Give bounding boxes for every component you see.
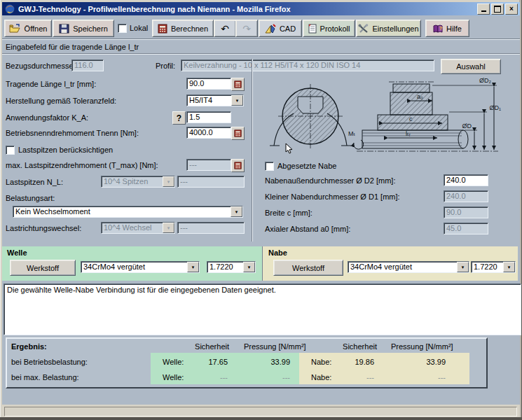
dim-d1-label: ØD₁: [489, 104, 501, 111]
result-message: Die gewählte Welle-Nabe Verbindung ist f…: [7, 286, 276, 294]
tools-icon: [358, 24, 369, 34]
direction-unit-value: 10^4 Wechsel: [104, 223, 152, 232]
stepped-hub-checkbox-label: Abgesetzte Nabe: [277, 162, 336, 170]
hub-row-label: Nabe:: [311, 358, 331, 366]
torque-calc-button[interactable]: [231, 127, 245, 140]
undo-icon: ↶: [221, 23, 229, 34]
profile-select-label: Auswahl: [456, 62, 486, 71]
calculator-icon: [234, 162, 242, 169]
save-button[interactable]: Speichern: [53, 20, 114, 37]
local-checkbox[interactable]: [118, 24, 127, 33]
shaft-row-label: Welle:: [163, 358, 184, 366]
hub-material-select[interactable]: 34CrMo4 vergütet ▼: [348, 261, 469, 273]
result-message-box[interactable]: Die gewählte Welle-Nabe Verbindung ist f…: [4, 284, 521, 335]
header-divider: [2, 53, 520, 55]
tolerance-select-value: H5/IT4: [189, 96, 212, 105]
dim-d-label: ØD: [462, 122, 472, 130]
minimize-button[interactable]: [477, 4, 490, 15]
hub-material-number-select[interactable]: 1.7220 ▼: [471, 261, 516, 273]
profile-field: Keilverzahnung - 10 x 112 H5/IT4 x 120 D…: [181, 59, 434, 71]
close-button[interactable]: ×: [505, 4, 518, 15]
width-c-field: 90.0: [444, 206, 488, 218]
mouse-cursor: [285, 143, 294, 154]
peaks-unit-value: 10^4 Spitzen: [104, 177, 148, 186]
spline-connection-drawing: a₀ c lₜᵣ Mₜ ØD₂ ØD₁ ØD: [260, 73, 515, 160]
app-factor-label: Anwendungsfaktor K_A:: [6, 113, 88, 122]
maximize-button[interactable]: [491, 4, 504, 15]
hub-outer-diameter-field[interactable]: 240.0: [444, 174, 488, 186]
local-checkbox-label: Lokal: [130, 24, 148, 32]
dim-c-label: c: [409, 115, 413, 122]
shaft-safety-value: 17.65: [187, 358, 228, 366]
chevron-down-icon[interactable]: ▼: [231, 95, 243, 106]
page-content: Öffnen Speichern Lokal Berechnen ↶ ↷: [2, 15, 520, 405]
chevron-down-icon: ▼: [163, 176, 174, 187]
calculate-button[interactable]: Berechnen: [152, 20, 214, 37]
load-type-select[interactable]: Kein Wechselmoment ▼: [13, 206, 243, 218]
chevron-down-icon[interactable]: ▼: [243, 262, 255, 272]
hub-pressure-header: Pressung [N/mm²]: [391, 342, 451, 351]
maximize-icon: [494, 6, 501, 13]
dim-mt-label: Mₜ: [348, 130, 355, 137]
redo-button[interactable]: ↷: [235, 20, 258, 37]
length-field[interactable]: 90.0: [186, 78, 231, 90]
max-torque-calc-button[interactable]: [231, 159, 245, 172]
chevron-down-icon: ▼: [163, 223, 174, 233]
load-peaks-checkbox-label: Lastspitzen berücksichtigen: [18, 146, 113, 154]
shaft-material-select[interactable]: 34CrMo4 vergütet ▼: [81, 261, 200, 273]
app-factor-field[interactable]: 1.5: [186, 111, 231, 123]
document-icon: [308, 24, 317, 34]
stepped-hub-checkbox[interactable]: [265, 162, 274, 171]
chevron-down-icon[interactable]: ▼: [457, 262, 469, 272]
firefox-icon: [5, 4, 15, 14]
toolbar-divider: [2, 38, 520, 40]
hub-panel-title: Nabe: [268, 248, 287, 257]
hub-material-panel: Nabe Werkstoff 34CrMo4 vergütet ▼ 1.7220…: [263, 246, 518, 281]
cad-button[interactable]: CAD: [259, 20, 302, 37]
shaft-row-label: Welle:: [163, 373, 184, 382]
calculator-icon: [158, 24, 167, 34]
hub-safety-value: ---: [334, 373, 374, 382]
open-button[interactable]: Öffnen: [4, 20, 52, 37]
load-type-label: Belastungsart:: [6, 194, 55, 202]
chevron-down-icon[interactable]: ▼: [503, 262, 515, 272]
redo-icon: ↷: [242, 23, 251, 34]
shaft-material-number-select[interactable]: 1.7220 ▼: [207, 261, 256, 273]
shaft-material-button-label: Werkstoff: [27, 264, 59, 272]
length-label: Tragende Länge l_tr [mm]:: [6, 80, 96, 88]
direction-change-label: Lastrichtungswechsel:: [6, 224, 81, 232]
title-bar[interactable]: GWJ-Technology - Profilwellenberechnung …: [2, 2, 520, 15]
undo-button[interactable]: ↶: [214, 20, 236, 37]
app-window: GWJ-Technology - Profilwellenberechnung …: [0, 0, 522, 420]
dim-a0-label: a₀: [417, 93, 423, 100]
chevron-down-icon[interactable]: ▼: [231, 206, 242, 217]
window-title: GWJ-Technology - Profilwellenberechnung …: [18, 5, 291, 13]
tolerance-select[interactable]: H5/IT4 ▼: [186, 94, 244, 106]
axial-distance-label: Axialer Abstand a0 [mm]:: [265, 225, 350, 233]
svg-text:?: ?: [439, 26, 442, 31]
protocol-button[interactable]: Protokoll: [303, 20, 355, 37]
dim-ltr-label: lₜᵣ: [406, 130, 411, 137]
operating-load-row-label: bei Betriebsbelastung:: [11, 358, 88, 366]
direction-change-field: ---: [177, 222, 245, 234]
chevron-down-icon[interactable]: ▼: [187, 262, 199, 272]
app-factor-help-button[interactable]: ?: [172, 111, 186, 125]
save-floppy-icon: [59, 24, 69, 34]
shaft-material-button[interactable]: Werkstoff: [10, 260, 76, 276]
profile-select-button[interactable]: Auswahl: [441, 59, 501, 74]
length-calc-button[interactable]: [231, 78, 245, 91]
open-folder-icon: [9, 24, 21, 34]
shaft-material-value: 34CrMo4 vergütet: [83, 262, 145, 272]
settings-button[interactable]: Einstellungen: [356, 20, 421, 37]
load-peaks-checkbox[interactable]: [6, 146, 15, 155]
hub-pressure-value: ---: [401, 373, 446, 382]
torque-field[interactable]: 4000.0: [186, 127, 231, 139]
tolerance-label: Herstellung gemäß Toleranzfeld:: [6, 97, 116, 105]
profile-label: Profil:: [156, 62, 175, 70]
shaft-panel-title: Welle: [7, 248, 27, 257]
cad-ruler-icon: [265, 24, 276, 34]
help-button[interactable]: ? Hilfe: [425, 20, 469, 37]
section-header: Eingabefeld für die tragende Länge l_tr: [6, 43, 139, 51]
max-torque-label: max. Lastspitzendrehmoment (T_max) [Nm]:: [6, 161, 158, 169]
hub-material-button[interactable]: Werkstoff: [273, 260, 343, 276]
